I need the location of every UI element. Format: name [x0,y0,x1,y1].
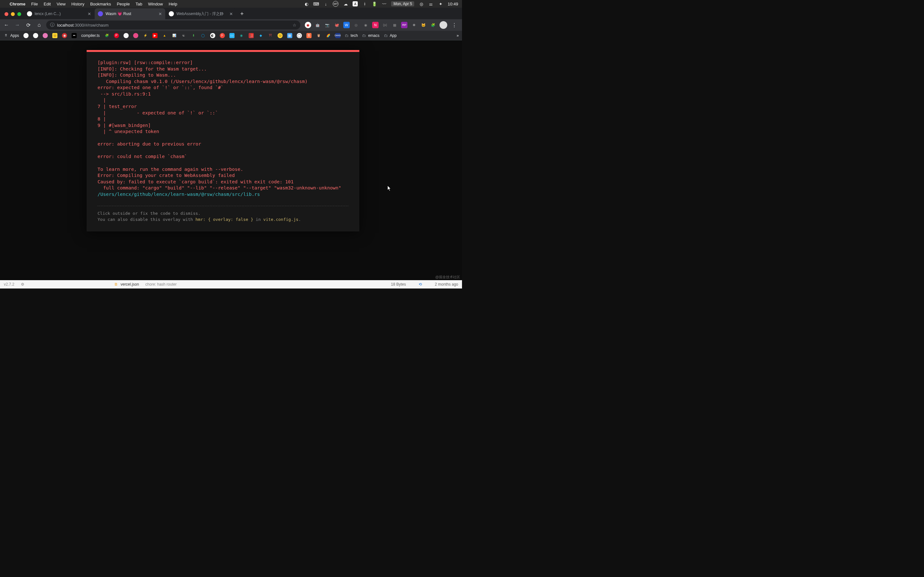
bookmark-icon[interactable]: B [306,33,312,38]
bookmark-icon[interactable]: 😊 [278,33,283,38]
back-button[interactable]: ← [3,21,10,29]
menubar-date[interactable]: Mon, Apr 5 [391,1,414,6]
ext-ublock-icon[interactable]: ◉ [305,22,311,28]
history-icon[interactable]: ⟲ [419,282,422,287]
home-button[interactable]: ⌂ [35,21,43,29]
ext-rp-icon[interactable]: RP [401,22,407,28]
page-viewport[interactable]: [plugin:rsw] [rsw::compile::error] [INFO… [0,40,462,280]
extensions-puzzle-icon[interactable]: 🧩 [430,22,436,28]
ext-icon[interactable]: ◎ [353,22,359,28]
bookmark-icon[interactable]: 🌈 [326,33,331,38]
browser-tab-3[interactable]: WebAssembly入门 - 浮之静 ✕ [166,8,236,19]
address-bar[interactable]: ⓘ localhost:3000/#/rsw/chasm ☆ [46,21,300,29]
menu-bookmarks[interactable]: Bookmarks [90,2,111,6]
menu-edit[interactable]: Edit [44,2,51,6]
bookmark-icon[interactable] [43,33,48,38]
bookmark-icon[interactable]: ◯ [200,33,206,38]
bookmark-icon[interactable]: ◆ [258,33,263,38]
ext-icon[interactable]: W [343,22,350,28]
bookmark-icon[interactable]: ⚡ [143,33,148,38]
bookmark-icon[interactable]: G [124,33,129,38]
close-tab-icon[interactable]: ✕ [87,11,91,16]
bookmark-folder-tech[interactable]: 🗀 tech [345,33,358,38]
browser-tab-1[interactable]: lencx (Len C...) ✕ [24,8,94,19]
bookmark-compiler[interactable]: compiler.ts [81,33,99,38]
bookmark-icon[interactable]: 😊 [52,33,57,38]
ext-icon[interactable]: ◉ [363,22,369,28]
menubar-clock[interactable]: 10:49 [447,2,458,6]
ext-snowflake-icon[interactable]: ❄ [411,22,417,28]
bookmark-icon[interactable]: ⛩ [268,33,273,38]
bookmark-icon[interactable]: 📊 [172,33,177,38]
ext-icon[interactable]: N [372,22,379,28]
bookmark-icon[interactable]: ◉ [62,33,67,38]
browser-tab-2-active[interactable]: Wasm 💗 Rust ✕ [95,8,165,19]
bookmark-icon[interactable]: 🦉 [316,33,321,38]
bookmark-icon[interactable]: G [23,33,29,38]
bookmark-icon[interactable]: ▲ [162,33,167,38]
fullscreen-window-button[interactable] [17,12,21,16]
bookmark-icon[interactable]: F [220,33,225,38]
bookmark-icon[interactable]: DANS [335,33,341,38]
bookmark-icon[interactable]: •• [71,33,77,38]
status-icon-keyboard[interactable]: ⌨ [313,1,318,6]
status-icon-spotlight[interactable]: ◎ [419,1,424,6]
bookmark-icon[interactable]: 📕 [249,33,254,38]
status-icon-control-center[interactable]: ⚌ [428,1,433,6]
menu-history[interactable]: History [71,2,84,6]
bookmark-folder-emacs[interactable]: 🗀 emacs [362,33,379,38]
close-tab-icon[interactable]: ✕ [229,11,233,16]
bookmark-icon[interactable]: 🧩 [104,33,110,38]
profile-avatar[interactable] [439,21,447,29]
status-icon-download[interactable]: ↓ [323,1,328,6]
close-window-button[interactable] [5,12,8,16]
status-icon-app[interactable]: ✦ [438,1,443,6]
bookmark-icon[interactable] [133,33,138,38]
bookmark-icon[interactable]: ◐ [210,33,215,38]
ext-icon[interactable]: 📷 [324,22,330,28]
status-icon-input[interactable]: A [352,1,358,6]
file-row[interactable]: 🗎 vercel.json [114,282,139,287]
bookmark-icon[interactable]: ◉ [239,33,244,38]
site-info-icon[interactable]: ⓘ [50,22,55,28]
app-menu[interactable]: Chrome [10,2,25,6]
bookmark-icon[interactable]: ▭ [229,33,234,38]
ext-icon[interactable]: 🐱 [420,22,427,28]
status-icon-wifi[interactable]: 〰 [381,1,387,6]
gear-icon[interactable]: ⚙ [21,282,24,287]
menu-view[interactable]: View [57,2,65,6]
bookmark-icon[interactable]: ⬇ [191,33,196,38]
ext-icon[interactable]: 🐙 [334,22,340,28]
bookmark-folder-app[interactable]: 🗀 App [384,33,397,38]
bookmark-icon[interactable]: P [114,33,119,38]
reload-button[interactable]: ⟳ [24,21,32,29]
close-tab-icon[interactable]: ✕ [158,11,162,16]
status-icon-mt[interactable]: MT [333,1,338,7]
tip-code: hmr: { overlay: false } [195,217,253,222]
status-icon-location[interactable]: ◐ [304,1,309,6]
ext-icon[interactable]: 🤖 [314,22,321,28]
menu-people[interactable]: People [117,2,129,6]
chrome-menu-icon[interactable]: ⋮ [451,22,458,28]
bookmark-icon[interactable]: ▶ [152,33,158,38]
ext-icon[interactable]: {js} [382,22,388,28]
bookmark-icon[interactable]: ▦ [287,33,292,38]
bookmark-icon[interactable]: ◯ [297,33,302,38]
menu-window[interactable]: Window [148,2,163,6]
menu-tab[interactable]: Tab [136,2,142,6]
error-file-path[interactable]: /Users/lencx/github/lencx/learn-wasm/@rs… [97,192,260,197]
new-tab-button[interactable]: + [236,11,248,19]
forward-button[interactable]: → [13,21,21,29]
bookmark-icon[interactable]: G [33,33,38,38]
status-icon-wechat[interactable]: ☁ [343,1,348,6]
bookmark-star-icon[interactable]: ☆ [292,23,296,27]
menu-help[interactable]: Help [169,2,178,6]
status-icon-battery[interactable]: 🔋 [372,1,377,6]
menu-file[interactable]: File [31,2,38,6]
bookmark-icon[interactable]: ☯ [181,33,186,38]
status-icon-bluetooth[interactable]: ᚼ [362,1,367,6]
apps-shortcut[interactable]: ⠿ Apps [3,33,19,38]
bookmarks-overflow-icon[interactable]: » [457,33,459,38]
ext-icon[interactable]: ▦ [391,22,398,28]
minimize-window-button[interactable] [11,12,15,16]
